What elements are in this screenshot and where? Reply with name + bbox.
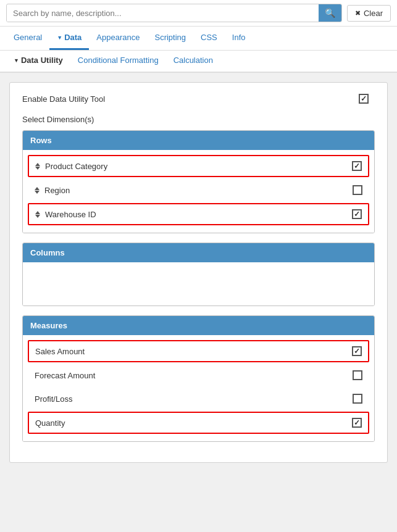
data-caret-icon: ▼ bbox=[57, 35, 62, 41]
measure-item-profit-loss: Profit/Loss bbox=[28, 388, 369, 409]
row-item-region: Region bbox=[28, 180, 369, 201]
measure-item-quantity: Quantity bbox=[28, 412, 369, 434]
measure-label-sales-amount: Sales Amount bbox=[35, 347, 85, 356]
tab-data-utility[interactable]: ▼ Data Utility bbox=[6, 51, 70, 72]
dim-item-left-region: Region bbox=[35, 186, 70, 195]
measure-label-profit-loss: Profit/Loss bbox=[35, 394, 72, 404]
nav-tabs-row2: ▼ Data Utility Conditional Formatting Ca… bbox=[0, 51, 397, 73]
tab-calculation[interactable]: Calculation bbox=[166, 51, 220, 72]
checkbox-quantity[interactable] bbox=[352, 418, 362, 428]
rows-body: Product Category Region bbox=[23, 150, 374, 233]
dim-item-left-warehouse: Warehouse ID bbox=[35, 210, 96, 219]
columns-header: Columns bbox=[23, 243, 374, 262]
sort-icon-product-category bbox=[35, 163, 40, 170]
rows-box: Rows Product Category bbox=[22, 130, 375, 233]
main-content: Enable Data Utility Tool Select Dimensio… bbox=[0, 73, 397, 472]
tab-appearance[interactable]: Appearance bbox=[89, 27, 147, 50]
dim-label-warehouse-id: Warehouse ID bbox=[45, 210, 96, 219]
measure-item-forecast-amount: Forecast Amount bbox=[28, 365, 369, 386]
measure-label-forecast-amount: Forecast Amount bbox=[35, 371, 95, 380]
tab-data-utility-label: Data Utility bbox=[21, 56, 63, 65]
data-utility-caret-icon: ▼ bbox=[14, 57, 19, 64]
measures-box: Measures Sales Amount Forecast Amount Pr… bbox=[22, 315, 375, 442]
checkbox-profit-loss[interactable] bbox=[353, 394, 362, 404]
measure-item-sales-amount: Sales Amount bbox=[28, 340, 369, 362]
search-input[interactable] bbox=[7, 5, 319, 22]
row-item-warehouse-id: Warehouse ID bbox=[28, 203, 369, 225]
enable-tool-checkbox[interactable] bbox=[359, 94, 369, 104]
row-item-product-category: Product Category bbox=[28, 155, 369, 177]
checkbox-warehouse-id[interactable] bbox=[352, 209, 362, 219]
tab-data[interactable]: ▼ Data bbox=[49, 27, 89, 50]
columns-body bbox=[23, 262, 374, 305]
dim-label-product-category: Product Category bbox=[45, 162, 107, 171]
measures-body: Sales Amount Forecast Amount Profit/Loss… bbox=[23, 335, 374, 441]
search-bar: 🔍 ✖ Clear bbox=[0, 0, 397, 27]
nav-tabs-row1: General ▼ Data Appearance Scripting CSS … bbox=[0, 27, 397, 51]
sort-icon-warehouse-id bbox=[35, 211, 40, 218]
search-input-wrapper: 🔍 bbox=[6, 4, 342, 22]
enable-tool-row: Enable Data Utility Tool bbox=[22, 94, 375, 104]
tab-general[interactable]: General bbox=[6, 27, 49, 50]
measures-header: Measures bbox=[23, 316, 374, 335]
dim-label-region: Region bbox=[44, 186, 70, 195]
tab-conditional-formatting[interactable]: Conditional Formatting bbox=[70, 51, 166, 72]
checkbox-sales-amount[interactable] bbox=[352, 346, 362, 356]
tab-data-label: Data bbox=[64, 33, 81, 42]
rows-header: Rows bbox=[23, 131, 374, 150]
clear-label: Clear bbox=[364, 9, 383, 18]
dim-item-left: Product Category bbox=[35, 162, 107, 171]
measure-label-quantity: Quantity bbox=[35, 418, 65, 428]
panel: Enable Data Utility Tool Select Dimensio… bbox=[9, 82, 388, 463]
clear-icon: ✖ bbox=[355, 9, 361, 17]
search-button[interactable]: 🔍 bbox=[319, 4, 341, 22]
tab-css[interactable]: CSS bbox=[193, 27, 225, 50]
tab-info[interactable]: Info bbox=[225, 27, 253, 50]
checkbox-region[interactable] bbox=[353, 185, 362, 195]
clear-button[interactable]: ✖ Clear bbox=[347, 5, 391, 22]
checkbox-product-category[interactable] bbox=[352, 161, 362, 171]
sort-icon-region bbox=[35, 187, 40, 194]
checkbox-forecast-amount[interactable] bbox=[353, 370, 362, 380]
columns-box: Columns bbox=[22, 243, 375, 306]
select-dimensions-label: Select Dimension(s) bbox=[22, 115, 375, 124]
tab-scripting[interactable]: Scripting bbox=[147, 27, 193, 50]
enable-tool-label: Enable Data Utility Tool bbox=[22, 94, 105, 104]
